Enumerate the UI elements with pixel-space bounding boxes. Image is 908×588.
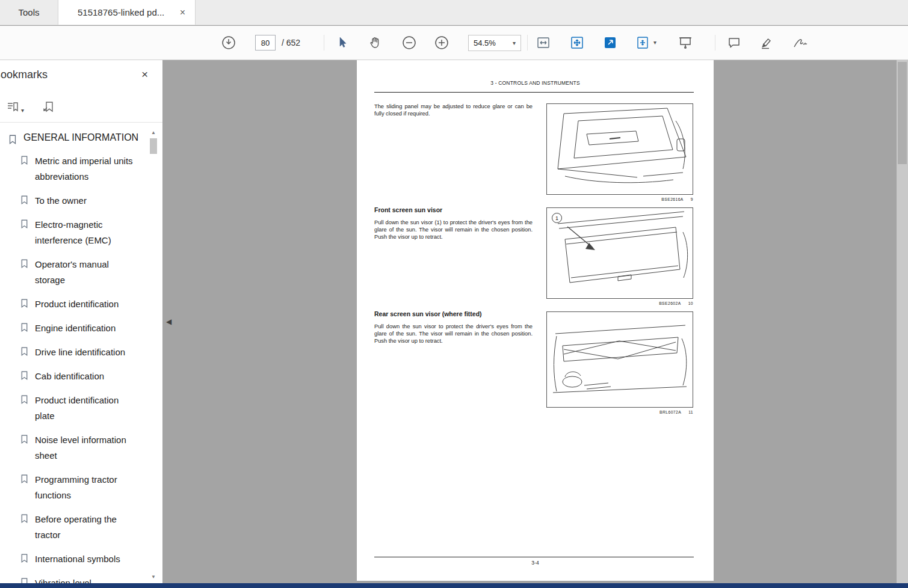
bookmark-item-to-the-owner[interactable]: To the owner [6, 189, 146, 213]
scroll-up-icon[interactable]: ▲ [149, 130, 158, 135]
bookmark-item-noise-level-information-sheet[interactable]: Noise level information sheet [6, 428, 146, 468]
rear-visor-drawing [547, 312, 693, 407]
chevron-down-icon: ▾ [513, 40, 516, 46]
tab-tools-label: Tools [18, 7, 39, 17]
bookmark-item-vibration-level-information-sheet[interactable]: Vibration level information sheet [6, 571, 146, 583]
bookmark-item-emc[interactable]: Electro-magnetic interference (EMC) [6, 213, 146, 253]
bookmark-root-general-information[interactable]: GENERAL INFORMATION [6, 127, 146, 149]
tab-close-icon[interactable]: × [178, 7, 188, 18]
fit-page-icon[interactable] [569, 35, 585, 50]
bookmark-icon [19, 219, 29, 229]
bookmark-icon [19, 155, 29, 165]
bookmark-icon [19, 259, 29, 269]
bookmark-item-engine-identification[interactable]: Engine identification [6, 316, 146, 340]
sidebar-scrollbar[interactable]: ▲ ▼ [149, 127, 158, 582]
sliding-panel-drawing [547, 104, 693, 194]
bookmark-icon [19, 298, 29, 308]
find-current-bookmark-button[interactable] [42, 100, 55, 114]
presentation-icon[interactable] [678, 35, 693, 50]
bookmark-icon [19, 195, 29, 205]
comment-icon[interactable] [727, 35, 741, 50]
scrollbar-thumb[interactable] [898, 62, 907, 164]
tab-bar: Tools 51518765-linked pd... × [0, 0, 908, 25]
bookmarks-panel: Bookmarks × ▾ GENERAL INFORMATION Metri [0, 60, 162, 583]
select-tool-icon[interactable] [336, 35, 350, 50]
bookmarks-tree: GENERAL INFORMATION Metric and imperial … [6, 127, 146, 583]
figure-number: 10 [688, 301, 693, 305]
figure-caption: BSE2602A 10 [546, 301, 693, 305]
bookmarks-panel-title: Bookmarks [0, 69, 48, 81]
collapse-sidebar-button[interactable]: ◀ [166, 317, 171, 326]
bookmark-icon [19, 394, 29, 405]
bookmark-item-before-operating-the-tractor[interactable]: Before operating the tractor [6, 507, 146, 547]
bookmark-item-product-identification[interactable]: Product identification [6, 292, 146, 316]
bookmark-root-label: GENERAL INFORMATION [23, 132, 138, 143]
figure-code: BRL6072A [659, 410, 681, 414]
bookmark-item-label: Programming tractor functions [35, 472, 138, 503]
figure-sliding-panel [546, 103, 693, 195]
bookmark-icon [19, 370, 29, 381]
full-screen-icon[interactable] [603, 35, 617, 50]
page-header: 3 - CONTROLS AND INSTRUMENTS [357, 80, 714, 86]
figure-code: BSE2602A [659, 301, 681, 305]
close-panel-icon[interactable]: × [141, 68, 148, 81]
bookmark-icon [19, 513, 29, 524]
fit-width-icon[interactable] [536, 35, 551, 50]
chevron-down-icon[interactable]: ▾ [653, 39, 656, 46]
bookmark-icon [19, 346, 29, 357]
bookmark-item-metric-imperial[interactable]: Metric and imperial units abbreviations [6, 149, 146, 189]
bookmark-item-label: To the owner [35, 193, 138, 209]
page-number-input[interactable] [255, 35, 276, 51]
organize-pages-icon[interactable] [635, 35, 650, 50]
zoom-level-select[interactable]: 54.5% ▾ [468, 35, 521, 51]
bookmark-item-label: Noise level information sheet [35, 432, 138, 464]
toolbar-divider [715, 35, 715, 51]
bookmark-icon [19, 474, 29, 484]
header-rule [374, 92, 694, 93]
bookmark-item-cab-identification[interactable]: Cab identification [6, 364, 146, 388]
page-total-label: / 652 [282, 26, 300, 60]
bookmark-item-international-symbols[interactable]: International symbols [6, 547, 146, 571]
bookmark-item-drive-line-identification[interactable]: Drive line identification [6, 340, 146, 364]
chevron-down-icon: ▾ [21, 107, 24, 114]
document-scrollbar[interactable] [897, 60, 908, 583]
bookmark-item-label: Cab identification [35, 369, 138, 384]
highlight-icon[interactable] [759, 35, 774, 50]
front-visor-drawing [547, 208, 693, 298]
taskbar-edge [0, 583, 908, 588]
tab-tools[interactable]: Tools [0, 0, 58, 25]
figure-rear-visor [546, 311, 693, 408]
bookmarks-toolbar: ▾ [0, 91, 162, 123]
tab-document[interactable]: 51518765-linked pd... × [58, 0, 196, 25]
bookmark-item-label: Before operating the tractor [35, 512, 138, 543]
page-footer: 3-4 [357, 560, 714, 566]
zoom-in-icon[interactable] [434, 35, 449, 50]
figure-number: 11 [688, 410, 693, 414]
figure-code: BSE2616A [661, 197, 683, 201]
figure-caption: BRL6072A 11 [546, 410, 693, 414]
bookmark-item-operators-manual-storage[interactable]: Operator's manual storage [6, 253, 146, 292]
bookmark-icon [19, 322, 29, 332]
bookmark-icon [19, 577, 29, 583]
zoom-out-icon[interactable] [402, 35, 416, 50]
download-icon[interactable] [221, 35, 236, 50]
bookmark-item-label: Product identification plate [35, 393, 138, 424]
section-body: The sliding panel may be adjusted to red… [374, 103, 533, 118]
bookmark-item-product-identification-plate[interactable]: Product identification plate [6, 388, 146, 428]
hand-tool-icon[interactable] [368, 35, 383, 50]
figure-caption: BSE2616A 9 [546, 197, 693, 201]
bookmark-item-label: Product identification [35, 296, 138, 312]
callout-1: 1 [552, 213, 562, 223]
scroll-down-icon[interactable]: ▼ [149, 574, 158, 580]
fill-sign-icon[interactable] [792, 35, 809, 50]
section-body: Pull down the sun visor (1) to protect t… [374, 219, 533, 240]
bookmark-item-programming-tractor-functions[interactable]: Programming tractor functions [6, 468, 146, 507]
bookmark-icon [19, 434, 29, 444]
toolbar-divider [527, 35, 528, 51]
scrollbar-thumb[interactable] [150, 138, 157, 154]
figure-front-visor: 1 [546, 207, 693, 299]
bookmark-icon [19, 553, 29, 563]
bookmark-options-button[interactable]: ▾ [6, 100, 24, 114]
bookmark-item-label: Engine identification [35, 320, 138, 336]
section-heading: Rear screen sun visor (where fitted) [374, 310, 482, 317]
